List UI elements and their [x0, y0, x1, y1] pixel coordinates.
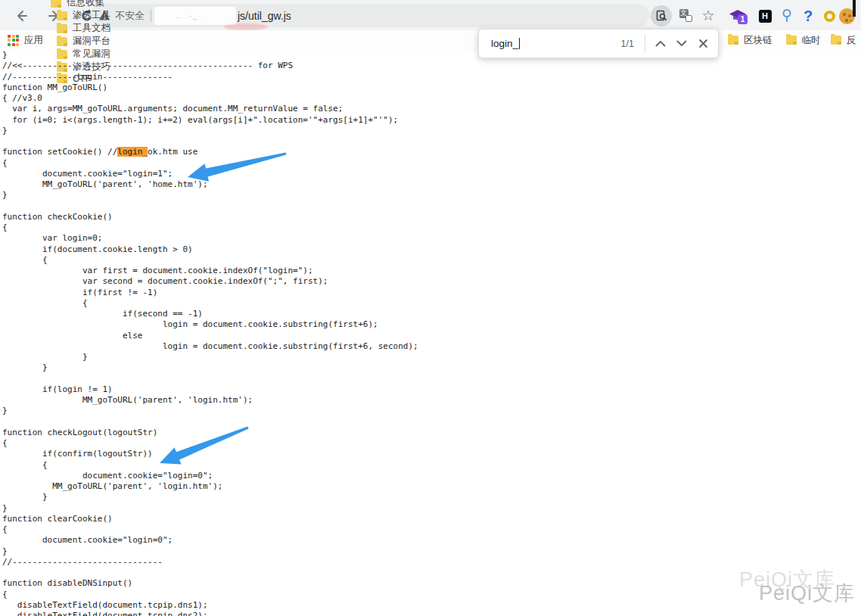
bookmarks-right-group: 区块链临时	[720, 30, 821, 50]
folder-icon	[51, 0, 61, 8]
yellow-ring-icon	[824, 11, 835, 22]
back-arrow-icon	[14, 9, 28, 23]
extension-ring-button[interactable]	[820, 7, 838, 25]
bookmark-folder[interactable]: 信息收集	[51, 0, 110, 9]
bookmark-folder[interactable]: 漏洞平台	[57, 35, 110, 48]
url-redacted-segment: .. .-_ .	[154, 7, 236, 25]
code-content: } //<<----------------------------------…	[2, 50, 857, 616]
extension-help-button[interactable]: ?	[799, 7, 817, 25]
folder-icon	[831, 36, 841, 45]
folder-icon	[57, 37, 67, 46]
folder-icon	[786, 36, 797, 45]
extension-badge: 1	[738, 14, 748, 24]
address-bar[interactable]: 不安全 .. .-_ . js/util_gw.js	[91, 4, 649, 27]
translate-icon: 文	[679, 9, 692, 22]
chevron-up-icon	[655, 40, 666, 47]
star-icon: ☆	[701, 8, 714, 23]
bookmark-folder[interactable]: 渗透工具	[57, 9, 110, 22]
folder-icon	[57, 24, 67, 33]
find-input[interactable]: login_	[491, 38, 520, 49]
bookmark-apps[interactable]: 应用	[8, 34, 43, 47]
bookmark-label: 渗透工具	[73, 9, 110, 22]
pin-icon	[781, 8, 793, 23]
apps-grid-icon	[8, 35, 19, 46]
url-text: js/util_gw.js	[238, 10, 291, 22]
bookmark-folder[interactable]: 工具文档	[57, 22, 110, 35]
question-mark-icon: ?	[803, 8, 813, 25]
folder-icon	[728, 36, 738, 45]
bookmark-label: 工具文档	[73, 22, 110, 35]
bookmarks-bar: 应用 信息收集渗透工具工具文档漏洞平台常见漏洞渗透技巧CTF 区块链临时 反	[0, 30, 861, 50]
h-extension-icon: H	[759, 10, 772, 23]
close-icon	[698, 39, 708, 48]
bookmark-star-button[interactable]: ☆	[699, 6, 717, 24]
bookmark-folder[interactable]: 临时	[786, 34, 821, 47]
bookmark-folder[interactable]: 区块链	[728, 34, 772, 47]
find-query-text: login_	[491, 38, 518, 49]
bookmark-label: 区块链	[744, 34, 772, 47]
find-match-count: 1/1	[621, 39, 634, 49]
bookmark-label: 临时	[802, 34, 821, 47]
redaction-smudge	[224, 23, 268, 30]
find-in-page-toolbar-button[interactable]	[651, 5, 672, 26]
screen-edge-artifact	[853, 0, 856, 17]
folder-icon	[57, 11, 67, 20]
bookmark-label: 信息收集	[67, 0, 104, 9]
url-divider	[151, 10, 151, 22]
extension-pin-button[interactable]	[778, 7, 796, 25]
page-search-icon	[655, 10, 667, 22]
redaction-trace: .. .-_ .	[176, 16, 219, 18]
text-caret	[519, 38, 520, 49]
find-bar: login_ 1/1	[478, 29, 719, 58]
security-chip-label: 不安全	[115, 9, 145, 23]
translate-button[interactable]: 文	[676, 6, 695, 24]
bookmark-label: 应用	[24, 34, 43, 47]
bookmark-label: 漏洞平台	[73, 35, 110, 48]
find-bar-divider	[645, 34, 645, 53]
chevron-down-icon	[676, 40, 687, 47]
extension-hackbar-button[interactable]: 1	[729, 7, 747, 25]
browser-toolbar: 不安全 .. .-_ . js/util_gw.js 文 ☆	[0, 0, 861, 30]
back-button[interactable]	[11, 6, 31, 26]
find-next-button[interactable]	[671, 33, 692, 54]
find-match-highlight: login_	[117, 147, 148, 157]
bookmark-folder-clipped[interactable]: 反	[823, 30, 861, 50]
find-close-button[interactable]	[692, 33, 713, 54]
browser-window: 不安全 .. .-_ . js/util_gw.js 文 ☆	[0, 0, 861, 616]
extension-h-button[interactable]: H	[756, 7, 774, 25]
find-previous-button[interactable]	[650, 33, 671, 54]
